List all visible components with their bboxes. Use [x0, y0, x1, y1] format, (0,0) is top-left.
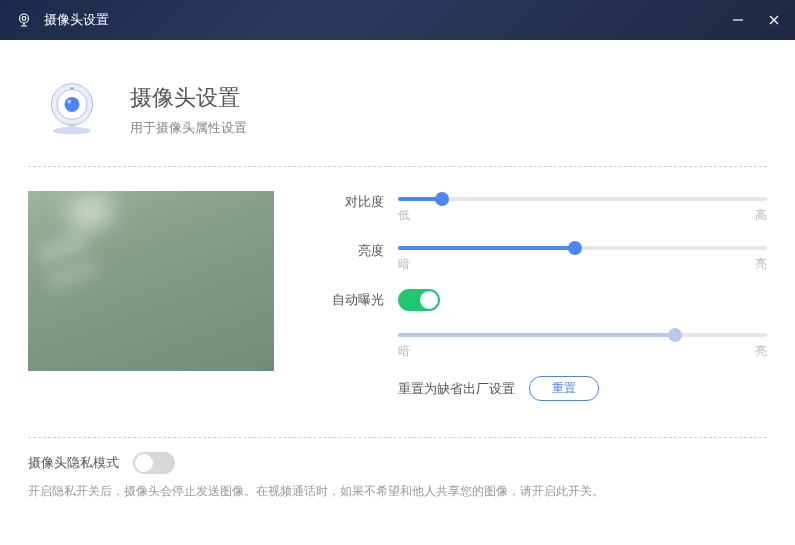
- auto-exposure-label: 自动曝光: [314, 289, 384, 309]
- privacy-mode-toggle[interactable]: [133, 452, 175, 474]
- contrast-high-label: 高: [755, 207, 767, 224]
- exposure-high-label: 亮: [755, 343, 767, 360]
- svg-point-9: [65, 97, 80, 112]
- reset-button[interactable]: 重置: [529, 376, 599, 401]
- minimize-button[interactable]: [729, 11, 747, 29]
- window-controls: [729, 11, 783, 29]
- webcam-icon: [14, 10, 34, 30]
- privacy-description: 开启隐私开关后，摄像头会停止发送图像。在视频通话时，如果不希望和他人共享您的图像…: [28, 482, 767, 501]
- camera-icon: [42, 80, 102, 140]
- header-section: 摄像头设置 用于摄像头属性设置: [28, 40, 767, 167]
- svg-point-0: [20, 14, 29, 23]
- contrast-slider[interactable]: 低 高: [398, 197, 767, 224]
- contrast-low-label: 低: [398, 207, 410, 224]
- svg-point-10: [67, 100, 71, 104]
- brightness-low-label: 暗: [398, 256, 410, 273]
- exposure-slider[interactable]: 暗 亮: [398, 333, 767, 360]
- titlebar: 摄像头设置: [0, 0, 795, 40]
- auto-exposure-toggle[interactable]: [398, 289, 440, 311]
- window-title: 摄像头设置: [44, 11, 109, 29]
- brightness-label: 亮度: [314, 240, 384, 260]
- privacy-mode-label: 摄像头隐私模式: [28, 454, 119, 472]
- main-section: 对比度 低 高 亮度: [28, 167, 767, 438]
- contrast-label: 对比度: [314, 191, 384, 211]
- svg-point-1: [22, 17, 26, 21]
- page-subtitle: 用于摄像头属性设置: [130, 119, 247, 137]
- brightness-high-label: 亮: [755, 256, 767, 273]
- page-title: 摄像头设置: [130, 83, 247, 113]
- reset-label: 重置为缺省出厂设置: [398, 380, 515, 398]
- close-button[interactable]: [765, 11, 783, 29]
- brightness-slider[interactable]: 暗 亮: [398, 246, 767, 273]
- svg-point-11: [71, 87, 74, 90]
- exposure-low-label: 暗: [398, 343, 410, 360]
- camera-preview: [28, 191, 274, 371]
- privacy-section: 摄像头隐私模式 开启隐私开关后，摄像头会停止发送图像。在视频通话时，如果不希望和…: [28, 438, 767, 501]
